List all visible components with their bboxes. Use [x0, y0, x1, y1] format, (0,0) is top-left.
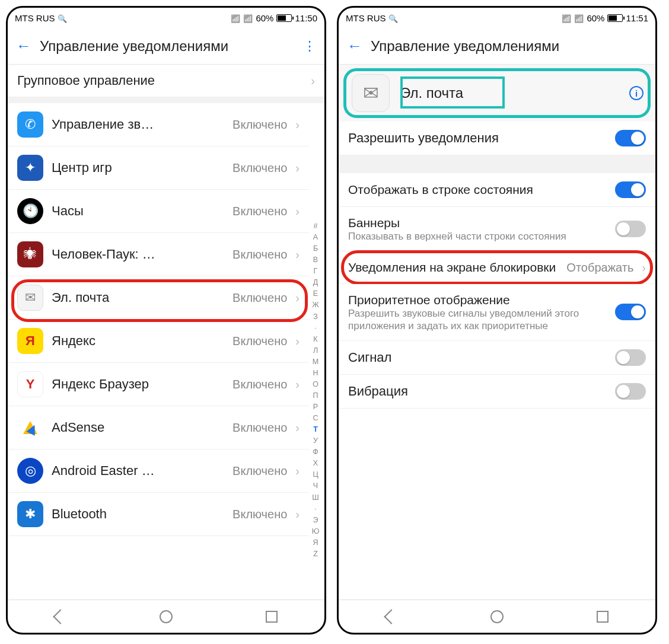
app-row-call-management[interactable]: ✆ Управление зв… Включено ›	[8, 103, 309, 146]
nav-back-button[interactable]	[52, 608, 69, 625]
nav-home-button[interactable]	[158, 608, 174, 625]
index-letter[interactable]: Д	[310, 278, 321, 286]
index-letter[interactable]: К	[310, 335, 321, 343]
app-name-label: Яндекс Браузер	[52, 377, 224, 392]
chevron-right-icon: ›	[295, 508, 300, 521]
toggle-vibration[interactable]	[615, 383, 646, 400]
more-menu-button[interactable]: ⋮	[303, 39, 316, 54]
index-letter[interactable]: Х	[310, 459, 321, 467]
index-letter[interactable]: Ч	[310, 482, 321, 490]
app-name-label: Эл. почта	[52, 290, 224, 305]
row-label: Баннеры	[348, 215, 607, 230]
index-letter[interactable]: Э	[310, 516, 321, 524]
index-letter[interactable]: Р	[310, 403, 321, 411]
signal-icon	[243, 13, 253, 23]
index-letter[interactable]: Т	[310, 425, 321, 433]
status-bar: MTS RUS 60% 11:51	[339, 8, 655, 28]
index-letter[interactable]: Е	[310, 289, 321, 298]
index-letter[interactable]: Ж	[310, 301, 321, 309]
search-icon	[58, 13, 67, 23]
index-letter[interactable]: О	[310, 380, 321, 388]
index-letter[interactable]: Z	[310, 550, 321, 558]
app-row-bluetooth[interactable]: ✱ Bluetooth Включено ›	[8, 493, 309, 536]
toggle-sound[interactable]	[615, 349, 646, 366]
app-name-label: AdSense	[52, 420, 224, 435]
info-icon[interactable]: i	[629, 86, 643, 100]
alphabet-index[interactable]: #АБВГДЕЖЗ·КЛМНОПРСТУФХЦЧШ·ЭЮЯZ	[310, 222, 321, 558]
index-letter[interactable]: Н	[310, 369, 321, 377]
app-bar: ← Управление уведомлениями	[339, 28, 655, 65]
row-label: Сигнал	[348, 350, 607, 365]
app-status: Включено	[232, 118, 287, 132]
index-letter[interactable]: Ю	[310, 527, 321, 535]
nav-recent-button[interactable]	[594, 608, 611, 625]
app-row-yandex[interactable]: Я Яндекс Включено ›	[8, 320, 309, 363]
row-sound[interactable]: Сигнал	[339, 341, 655, 375]
index-letter[interactable]: З	[310, 313, 321, 321]
app-status: Включено	[232, 508, 287, 521]
app-bar: ← Управление уведомлениями ⋮	[8, 28, 324, 65]
index-letter[interactable]: ·	[310, 505, 321, 513]
app-status: Включено	[232, 421, 287, 435]
row-label: Отображать в строке состояния	[348, 182, 607, 197]
index-letter[interactable]: Ц	[310, 470, 321, 479]
toggle-priority[interactable]	[615, 304, 646, 320]
app-status: Включено	[232, 161, 287, 175]
android-easter-icon: ◎	[17, 458, 43, 484]
index-letter[interactable]: С	[310, 414, 321, 422]
app-row-clock[interactable]: 🕙 Часы Включено ›	[8, 190, 309, 233]
index-letter[interactable]: У	[310, 436, 321, 445]
index-letter[interactable]: Ф	[310, 448, 321, 456]
bluetooth-icon: ✱	[17, 501, 43, 527]
clock: 11:51	[626, 13, 648, 23]
row-label: Уведомления на экране блокировки	[348, 260, 558, 275]
row-banners[interactable]: Баннеры Показывать в верхней части строк…	[339, 207, 655, 251]
row-sublabel: Показывать в верхней части строки состоя…	[348, 230, 607, 243]
nav-back-button[interactable]	[383, 608, 400, 625]
row-allow-notifications[interactable]: Разрешить уведомления	[339, 122, 655, 155]
row-priority-display[interactable]: Приоритетное отображение Разрешить звуко…	[339, 284, 655, 342]
navigation-bar	[8, 600, 324, 633]
yandex-icon: Я	[17, 328, 43, 354]
nav-home-button[interactable]	[489, 608, 505, 625]
chevron-right-icon: ›	[295, 464, 300, 478]
index-letter[interactable]: Ш	[310, 493, 321, 502]
envelope-icon: ✉	[17, 285, 43, 311]
row-vibration[interactable]: Вибрация	[339, 375, 655, 409]
app-row-email[interactable]: ✉ Эл. почта Включено ›	[8, 276, 309, 320]
app-name-label: Эл. почта	[400, 85, 463, 101]
nav-recent-button[interactable]	[263, 608, 280, 625]
app-row-game-center[interactable]: ✦ Центр игр Включено ›	[8, 146, 309, 190]
chevron-right-icon: ›	[642, 261, 646, 275]
chevron-right-icon: ›	[295, 161, 300, 175]
toggle-statusbar[interactable]	[615, 181, 646, 198]
index-letter[interactable]: М	[310, 358, 321, 366]
index-letter[interactable]: #	[310, 222, 321, 230]
app-name-label: Управление зв…	[52, 117, 224, 132]
app-list[interactable]: ✆ Управление зв… Включено › ✦ Центр игр …	[8, 103, 324, 600]
back-button[interactable]: ←	[347, 37, 362, 55]
carrier-label: MTS RUS	[15, 13, 55, 23]
toggle-allow-notifications[interactable]	[615, 130, 646, 146]
toggle-banners[interactable]	[615, 221, 646, 237]
row-value: Отображать	[566, 261, 633, 275]
app-row-adsense[interactable]: AdSense Включено ›	[8, 406, 309, 449]
app-row-android-easter[interactable]: ◎ Android Easter … Включено ›	[8, 449, 309, 493]
index-letter[interactable]: Б	[310, 244, 321, 253]
index-letter[interactable]: В	[310, 256, 321, 264]
index-letter[interactable]: Я	[310, 538, 321, 547]
row-lockscreen-notifications[interactable]: Уведомления на экране блокировки Отображ…	[339, 251, 655, 283]
page-title: Управление уведомлениями	[40, 38, 295, 55]
group-management-row[interactable]: Групповое управление ›	[8, 65, 324, 97]
index-letter[interactable]: ·	[310, 324, 321, 332]
index-letter[interactable]: Г	[310, 267, 321, 275]
app-row-spiderman[interactable]: 🕷 Человек-Паук: … Включено ›	[8, 233, 309, 276]
app-name-label: Центр игр	[52, 160, 224, 176]
app-row-yandex-browser[interactable]: Y Яндекс Браузер Включено ›	[8, 363, 309, 406]
index-letter[interactable]: П	[310, 391, 321, 400]
index-letter[interactable]: А	[310, 233, 321, 241]
battery-icon	[276, 14, 292, 22]
row-show-in-statusbar[interactable]: Отображать в строке состояния	[339, 173, 655, 207]
index-letter[interactable]: Л	[310, 346, 321, 355]
back-button[interactable]: ←	[16, 37, 31, 55]
